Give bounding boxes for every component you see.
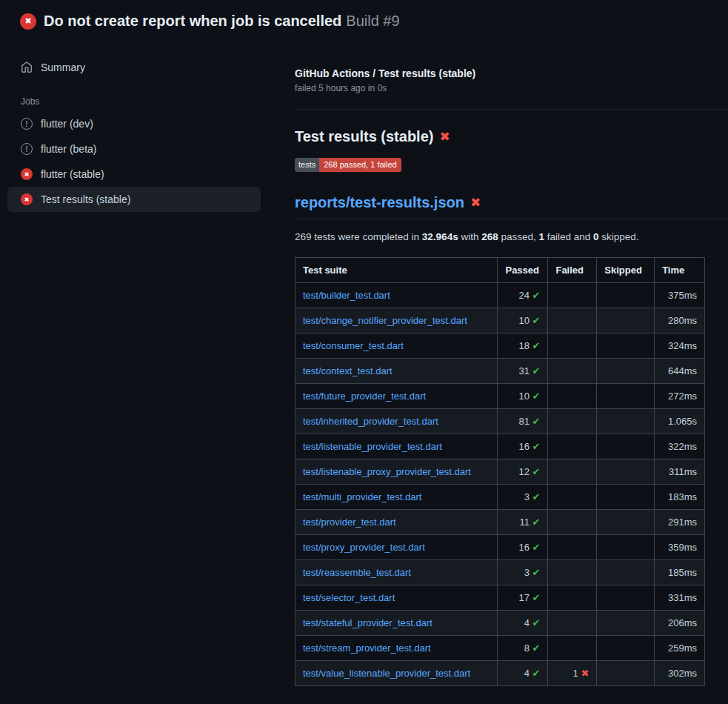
skipped-cell	[597, 308, 655, 333]
summary-text: passed,	[498, 231, 539, 242]
summary-duration: 32.964s	[422, 231, 458, 242]
summary-text: failed and	[544, 231, 593, 242]
sidebar-item-summary[interactable]: Summary	[7, 55, 261, 80]
skipped-cell	[597, 510, 655, 535]
failed-status-icon: ✖	[20, 13, 36, 30]
test-suite-cell: test/change_notifier_provider_test.dart	[295, 308, 498, 333]
passed-cell: 12 ✔	[498, 459, 548, 485]
failed-cell	[548, 459, 597, 485]
test-suite-cell: test/value_listenable_provider_test.dart	[295, 661, 498, 686]
table-row: test/inherited_provider_test.dart81 ✔1.0…	[295, 409, 705, 434]
col-header-passed: Passed	[498, 258, 548, 283]
summary-text: with	[458, 231, 482, 242]
neutral-status-icon: !	[21, 118, 33, 130]
failed-cell	[548, 409, 597, 434]
time-cell: 359ms	[655, 535, 705, 560]
test-suite-cell: test/reassemble_test.dart	[295, 560, 498, 585]
sidebar-item-flutter-dev[interactable]: ! flutter (dev)	[7, 111, 261, 136]
test-suite-link[interactable]: test/listenable_provider_test.dart	[303, 441, 442, 452]
test-suite-cell: test/context_test.dart	[295, 359, 498, 384]
sidebar-item-flutter-beta[interactable]: ! flutter (beta)	[7, 136, 261, 162]
passed-cell: 24 ✔	[498, 283, 548, 308]
passed-cell: 18 ✔	[498, 333, 548, 359]
skipped-cell	[597, 359, 655, 384]
run-status-line: failed 5 hours ago in 0s	[295, 83, 728, 93]
test-suite-cell: test/selector_test.dart	[295, 585, 498, 611]
jobs-nav: ! flutter (dev) ! flutter (beta) ✖ flutt…	[7, 111, 261, 212]
summary-failed-count: 1	[539, 231, 545, 242]
check-icon: ✔	[532, 617, 541, 628]
table-row: test/stream_provider_test.dart8 ✔259ms	[295, 636, 705, 661]
check-icon: ✔	[532, 290, 541, 301]
passed-cell: 10 ✔	[498, 384, 548, 409]
col-header-test-suite: Test suite	[295, 258, 498, 283]
test-suite-cell: test/listenable_proxy_provider_test.dart	[295, 459, 498, 485]
test-suite-link[interactable]: test/stream_provider_test.dart	[303, 642, 431, 654]
skipped-cell	[597, 560, 655, 585]
check-icon: ✔	[532, 441, 541, 452]
table-row: test/listenable_provider_test.dart16 ✔32…	[295, 434, 705, 459]
sidebar-item-label: flutter (dev)	[41, 118, 93, 130]
skipped-cell	[597, 661, 655, 686]
section-heading: Test results (stable) ✖	[295, 128, 728, 145]
test-suite-link[interactable]: test/consumer_test.dart	[303, 340, 404, 351]
test-suite-link[interactable]: test/stateful_provider_test.dart	[303, 617, 433, 628]
test-suite-link[interactable]: test/context_test.dart	[303, 365, 393, 376]
time-cell: 644ms	[655, 359, 705, 384]
test-suite-link[interactable]: test/value_listenable_provider_test.dart	[303, 668, 470, 679]
x-icon: ✖	[439, 130, 450, 143]
test-suite-cell: test/proxy_provider_test.dart	[295, 535, 498, 560]
table-row: test/value_listenable_provider_test.dart…	[295, 661, 705, 686]
test-suite-link[interactable]: test/proxy_provider_test.dart	[303, 542, 425, 553]
test-suite-link[interactable]: test/listenable_proxy_provider_test.dart	[303, 466, 471, 477]
test-suite-link[interactable]: test/multi_provider_test.dart	[303, 491, 421, 502]
failed-cell	[548, 560, 597, 585]
failed-status-icon: ✖	[21, 193, 33, 205]
check-icon: ✔	[532, 491, 541, 502]
tests-badge: tests 268 passed, 1 failed	[295, 158, 401, 172]
failed-cell: 1 ✖	[548, 661, 597, 686]
passed-cell: 16 ✔	[498, 535, 548, 560]
failed-cell	[548, 510, 597, 535]
time-cell: 1.065s	[655, 409, 705, 434]
check-icon: ✔	[532, 668, 541, 679]
sidebar-item-test-results-stable[interactable]: ✖ Test results (stable)	[7, 187, 261, 212]
test-suite-link[interactable]: test/future_provider_test.dart	[303, 391, 426, 402]
failed-cell	[548, 485, 597, 510]
sidebar: Summary Jobs ! flutter (dev) ! flutter (…	[0, 40, 280, 212]
table-row: test/consumer_test.dart18 ✔324ms	[295, 333, 705, 359]
jobs-section-label: Jobs	[21, 96, 261, 107]
test-suite-link[interactable]: test/inherited_provider_test.dart	[303, 416, 438, 427]
table-header-row: Test suite Passed Failed Skipped Time	[295, 258, 705, 283]
test-suite-cell: test/provider_test.dart	[295, 510, 498, 535]
time-cell: 272ms	[655, 384, 705, 409]
time-cell: 311ms	[655, 459, 705, 485]
test-suite-link[interactable]: test/change_notifier_provider_test.dart	[303, 315, 467, 326]
test-suite-link[interactable]: test/reassemble_test.dart	[303, 567, 411, 578]
x-icon: ✖	[581, 668, 589, 679]
test-suite-link[interactable]: test/selector_test.dart	[303, 592, 395, 603]
neutral-status-icon: !	[21, 143, 33, 155]
check-icon: ✔	[532, 315, 541, 326]
page-header: ✖ Do not create report when job is cance…	[0, 0, 728, 40]
summary-text: skipped.	[599, 231, 639, 242]
time-cell: 322ms	[655, 434, 705, 459]
time-cell: 324ms	[655, 333, 705, 359]
test-suite-cell: test/inherited_provider_test.dart	[295, 409, 498, 434]
check-icon: ✔	[532, 592, 541, 603]
table-row: test/provider_test.dart11 ✔291ms	[295, 510, 705, 535]
skipped-cell	[597, 434, 655, 459]
passed-cell: 3 ✔	[498, 485, 548, 510]
sidebar-item-label: Test results (stable)	[41, 193, 130, 205]
summary-skipped-count: 0	[593, 231, 599, 242]
test-suite-cell: test/future_provider_test.dart	[295, 384, 498, 409]
sidebar-item-label: flutter (beta)	[41, 143, 96, 155]
test-suite-link[interactable]: test/builder_test.dart	[303, 290, 390, 301]
sidebar-item-flutter-stable[interactable]: ✖ flutter (stable)	[7, 162, 261, 187]
failed-cell	[548, 535, 597, 560]
test-suite-link[interactable]: test/provider_test.dart	[303, 517, 396, 528]
skipped-cell	[597, 409, 655, 434]
report-file-link[interactable]: reports/test-results.json	[295, 194, 464, 211]
passed-cell: 3 ✔	[498, 560, 548, 585]
table-row: test/selector_test.dart17 ✔331ms	[295, 585, 705, 611]
